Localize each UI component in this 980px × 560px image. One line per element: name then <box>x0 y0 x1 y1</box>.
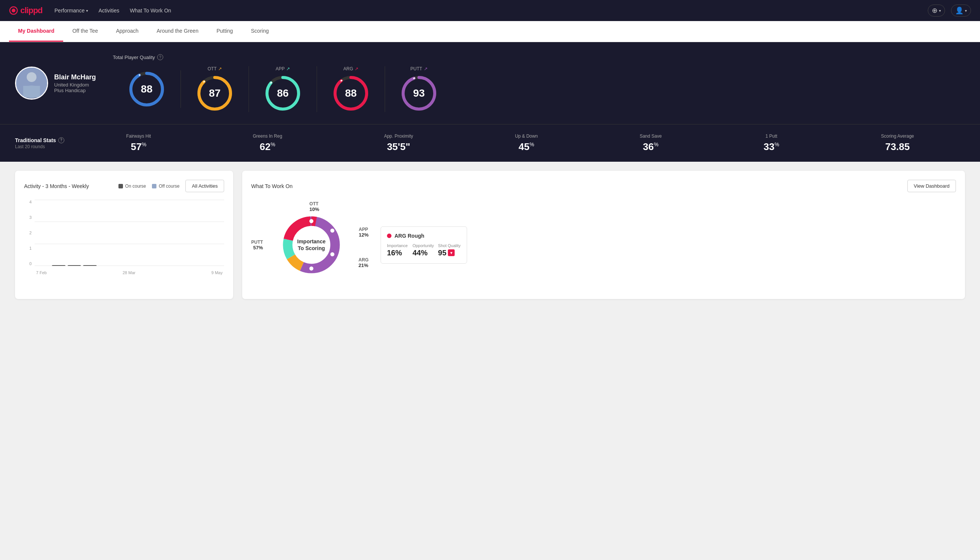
add-button[interactable]: ⊕ ▾ <box>928 5 945 17</box>
arg-label: ARG ↗ <box>343 66 358 72</box>
player-country: United Kingdom <box>54 82 96 88</box>
wtwo-title: What To Work On <box>251 183 293 189</box>
on-course-bar <box>52 265 65 266</box>
stat-value-scoring: 73.85 <box>885 141 910 153</box>
wtwo-header: What To Work On View Dashboard <box>251 180 956 192</box>
nav-what-to-work-on[interactable]: What To Work On <box>130 8 171 13</box>
all-activities-button[interactable]: All Activities <box>185 180 224 192</box>
ring-arg: 88 <box>332 75 369 112</box>
stat-value-updown: 45% <box>519 141 534 153</box>
hero-section: Blair McHarg United Kingdom Plus Handica… <box>0 42 980 124</box>
trend-up-icon: ↗ <box>424 66 428 72</box>
stats-help-icon[interactable]: ? <box>58 137 64 143</box>
nav-performance[interactable]: Performance ▾ <box>55 8 88 13</box>
ring-ott-value: 87 <box>209 87 220 99</box>
svg-point-28 <box>309 267 314 271</box>
player-info: Blair McHarg United Kingdom Plus Handica… <box>15 67 98 100</box>
tab-around-the-green[interactable]: Around the Green <box>147 21 207 42</box>
trend-up-icon: ↗ <box>286 66 290 72</box>
label-ott: OTT 10% <box>309 201 319 212</box>
detail-header: ARG Rough <box>387 233 461 239</box>
app-logo[interactable]: clippd <box>9 6 43 15</box>
avatar <box>15 67 48 100</box>
svg-rect-5 <box>23 86 40 97</box>
trend-up-icon: ↗ <box>218 66 222 72</box>
tab-my-dashboard[interactable]: My Dashboard <box>9 21 63 42</box>
svg-point-3 <box>27 72 37 82</box>
donut-wrapper: PUTT 57% OTT 10% APP 12% ARG 21% <box>251 200 371 290</box>
help-icon[interactable]: ? <box>157 54 163 60</box>
stat-greens-in-reg: Greens In Reg 62% <box>253 133 282 153</box>
ring-arg-value: 88 <box>345 87 356 99</box>
tab-scoring[interactable]: Scoring <box>242 21 278 42</box>
stat-value-proximity: 35'5" <box>387 141 410 153</box>
ring-app-value: 86 <box>277 87 288 99</box>
score-rings: 88 OTT ↗ 87 <box>113 66 965 112</box>
metric-importance: Importance 16% <box>387 243 409 257</box>
metric-opportunity-value: 44% <box>413 248 435 257</box>
metric-shot-quality: Shot Quality 95 ▼ <box>438 243 461 257</box>
legend-on-course: On course <box>118 183 146 189</box>
scores-section: Total Player Quality ? 88 <box>113 54 965 112</box>
x-axis-labels: 7 Feb 28 Mar 9 May <box>35 270 224 275</box>
detail-card: ARG Rough Importance 16% Opportunity 44%… <box>381 227 467 263</box>
tab-off-the-tee[interactable]: Off the Tee <box>63 21 107 42</box>
top-navigation: clippd Performance ▾ Activities What To … <box>0 0 980 21</box>
on-course-bar <box>68 265 81 266</box>
chart-header: Activity - 3 Months - Weekly On course O… <box>24 180 224 192</box>
what-to-work-on-card: What To Work On View Dashboard PUTT 57% … <box>242 171 965 299</box>
main-content: Activity - 3 Months - Weekly On course O… <box>0 162 980 308</box>
detail-metrics: Importance 16% Opportunity 44% Shot Qual… <box>387 243 461 257</box>
stat-items: Fairways Hit 57% Greens In Reg 62% App. … <box>75 133 965 153</box>
stats-label: Traditional Stats ? Last 20 rounds <box>15 137 75 149</box>
bar-group <box>52 265 65 266</box>
chart-legend: On course Off course <box>118 183 180 189</box>
on-course-bar <box>83 265 97 266</box>
stat-value-fairways: 57% <box>131 141 146 153</box>
metric-importance-value: 16% <box>387 248 409 257</box>
plus-icon: ⊕ <box>932 7 937 15</box>
label-putt: PUTT 57% <box>251 240 263 250</box>
svg-point-25 <box>309 219 314 223</box>
score-putt: PUTT ↗ 93 <box>385 66 453 112</box>
ring-app: 86 <box>264 75 301 112</box>
user-button[interactable]: 👤 ▾ <box>951 5 971 17</box>
user-icon: 👤 <box>955 7 963 15</box>
stats-title: Traditional Stats ? <box>15 137 75 143</box>
donut-chart: Importance To Scoring <box>278 211 345 279</box>
bar-group <box>68 265 81 266</box>
ring-total: 88 <box>128 70 165 108</box>
ott-label: OTT ↗ <box>208 66 222 72</box>
player-handicap: Plus Handicap <box>54 88 96 93</box>
bars-row <box>35 200 224 266</box>
stat-value-sand: 36% <box>643 141 659 153</box>
hero-top: Blair McHarg United Kingdom Plus Handica… <box>15 54 965 112</box>
score-arg: ARG ↗ 88 <box>317 66 385 112</box>
detail-dot <box>387 233 391 238</box>
detail-name: ARG Rough <box>394 233 424 239</box>
tab-approach[interactable]: Approach <box>107 21 147 42</box>
nav-links: Performance ▾ Activities What To Work On <box>55 8 916 13</box>
stat-sand-save: Sand Save 36% <box>640 133 662 153</box>
activity-chart-card: Activity - 3 Months - Weekly On course O… <box>15 171 233 299</box>
donut-center-text: Importance To Scoring <box>297 238 325 252</box>
label-app: APP 12% <box>359 227 369 238</box>
svg-point-1 <box>12 8 15 12</box>
metric-opportunity: Opportunity 44% <box>413 243 435 257</box>
ring-putt: 93 <box>400 75 438 112</box>
stat-value-oneputt: 33% <box>764 141 779 153</box>
stat-scoring-average: Scoring Average 73.85 <box>881 133 914 153</box>
chart-body <box>35 200 224 266</box>
view-dashboard-button[interactable]: View Dashboard <box>907 180 956 192</box>
trend-up-icon: ↗ <box>354 66 358 72</box>
score-app: APP ↗ 86 <box>249 66 317 112</box>
stat-one-putt: 1 Putt 33% <box>764 133 779 153</box>
down-arrow-icon: ▼ <box>448 249 455 256</box>
nav-activities[interactable]: Activities <box>98 8 119 13</box>
app-label: APP ↗ <box>276 66 290 72</box>
tab-putting[interactable]: Putting <box>208 21 242 42</box>
player-name: Blair McHarg <box>54 73 96 81</box>
stats-sub: Last 20 rounds <box>15 144 75 149</box>
ring-ott: 87 <box>196 75 233 112</box>
stats-bar: Traditional Stats ? Last 20 rounds Fairw… <box>0 124 980 162</box>
